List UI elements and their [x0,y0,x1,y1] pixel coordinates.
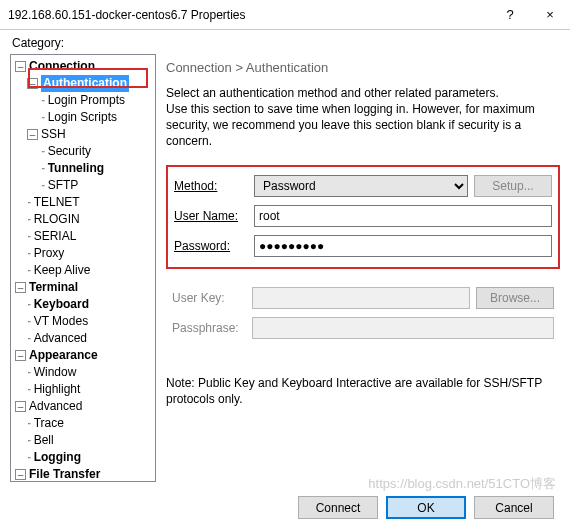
tree-telnet[interactable]: TELNET [34,195,80,209]
description-line1: Select an authentication method and othe… [166,85,560,101]
tree-file-transfer[interactable]: File Transfer [29,467,100,481]
connect-button[interactable]: Connect [298,496,378,519]
tree-rlogin[interactable]: RLOGIN [34,212,80,226]
tree-security[interactable]: Security [48,144,91,158]
password-input[interactable] [254,235,552,257]
tree-login-scripts[interactable]: Login Scripts [48,110,117,124]
collapse-icon[interactable]: – [15,350,26,361]
tree-window[interactable]: Window [34,365,77,379]
breadcrumb: Connection > Authentication [166,60,560,75]
auth-form-highlight: Method: Password Setup... User Name: Pas… [166,165,560,269]
cancel-button[interactable]: Cancel [474,496,554,519]
tree-keyboard[interactable]: Keyboard [34,297,89,311]
userkey-input [252,287,470,309]
tree-connection[interactable]: Connection [29,59,95,73]
tree-advanced-terminal[interactable]: Advanced [34,331,87,345]
tree-appearance[interactable]: Appearance [29,348,98,362]
tree-bell[interactable]: Bell [34,433,54,447]
tree-tunneling[interactable]: Tunneling [48,161,104,175]
collapse-icon[interactable]: – [27,129,38,140]
tree-terminal[interactable]: Terminal [29,280,78,294]
tree-trace[interactable]: Trace [34,416,64,430]
close-icon[interactable]: × [530,0,570,29]
collapse-icon[interactable]: – [15,401,26,412]
passphrase-input [252,317,554,339]
password-label: Password: [174,239,254,253]
tree-vt-modes[interactable]: VT Modes [34,314,88,328]
tree-proxy[interactable]: Proxy [34,246,65,260]
tree-logging[interactable]: Logging [34,450,81,464]
username-input[interactable] [254,205,552,227]
tree-login-prompts[interactable]: Login Prompts [48,93,125,107]
browse-button: Browse... [476,287,554,309]
tree-highlight[interactable]: Highlight [34,382,81,396]
username-label: User Name: [174,209,254,223]
tree-serial[interactable]: SERIAL [34,229,77,243]
collapse-icon[interactable]: – [15,282,26,293]
ok-button[interactable]: OK [386,496,466,519]
help-icon[interactable]: ? [490,0,530,29]
note-text: Note: Public Key and Keyboard Interactiv… [166,375,560,407]
userkey-label: User Key: [172,291,252,305]
setup-button: Setup... [474,175,552,197]
method-select[interactable]: Password [254,175,468,197]
category-label: Category: [0,30,570,54]
tree-advanced[interactable]: Advanced [29,399,82,413]
tree-keep-alive[interactable]: Keep Alive [34,263,91,277]
description-line2: Use this section to save time when loggi… [166,101,560,149]
window-title: 192.168.60.151-docker-centos6.7 Properti… [8,8,246,22]
passphrase-label: Passphrase: [172,321,252,335]
tree-ssh[interactable]: SSH [41,127,66,141]
collapse-icon[interactable]: – [27,78,38,89]
category-tree[interactable]: –Connection –Authentication ··Login Prom… [10,54,156,482]
tree-authentication[interactable]: Authentication [41,75,129,92]
collapse-icon[interactable]: – [15,469,26,480]
method-label: Method: [174,179,254,193]
tree-sftp[interactable]: SFTP [48,178,79,192]
collapse-icon[interactable]: – [15,61,26,72]
